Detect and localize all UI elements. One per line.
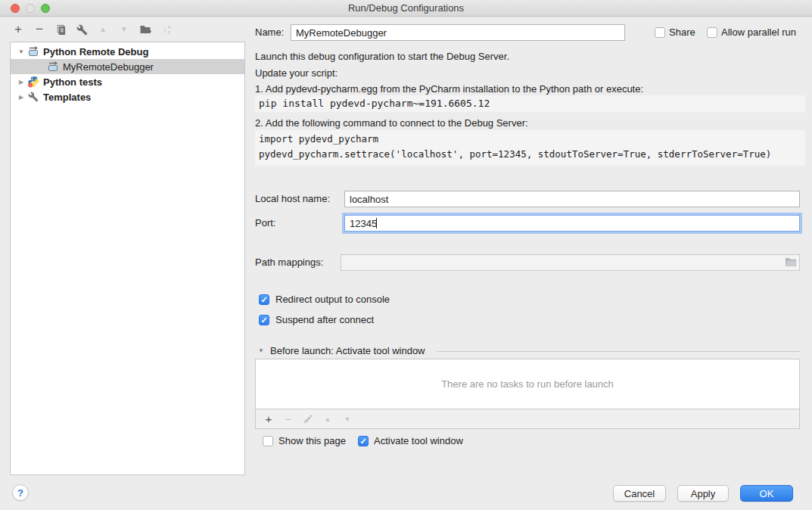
suspend-after-connect-checkbox[interactable] [259, 315, 269, 325]
tree-item-templates[interactable]: ▶ Templates [11, 89, 244, 104]
code-line: import pydevd_pycharm [259, 132, 801, 147]
port-input[interactable] [344, 215, 800, 232]
path-mappings-input[interactable] [341, 254, 800, 271]
update-script-text: Update your script: [255, 67, 338, 79]
empty-tasks-text: There are no tasks to run before launch [441, 378, 614, 390]
path-mappings-label: Path mappings: [255, 254, 323, 271]
before-launch-toolbar: + − ▲ ▼ [255, 409, 800, 429]
before-launch-task-list[interactable]: There are no tasks to run before launch [255, 359, 800, 409]
share-label: Share [669, 24, 695, 41]
allow-parallel-run-checkbox[interactable] [707, 27, 717, 38]
minimize-window-button[interactable] [26, 4, 35, 13]
help-button[interactable]: ? [12, 484, 29, 501]
move-task-up-icon[interactable]: ▲ [322, 413, 334, 425]
edit-task-icon[interactable] [302, 413, 314, 425]
run-config-icon [27, 45, 39, 58]
tree-item-python-remote-debug[interactable]: ▼ Python Remote Debug [11, 44, 244, 59]
apply-button[interactable]: Apply [677, 485, 729, 502]
chevron-right-icon[interactable]: ▶ [17, 94, 26, 101]
sort-alphabetically-icon[interactable]: ↓ az [160, 23, 173, 36]
remove-task-icon[interactable]: − [282, 413, 294, 425]
copy-icon[interactable] [54, 23, 67, 36]
share-checkbox[interactable] [655, 27, 665, 38]
cancel-button[interactable]: Cancel [613, 485, 666, 502]
code-line: pydevd_pycharm.settrace('localhost', por… [259, 147, 801, 162]
local-host-name-input[interactable] [344, 191, 800, 207]
new-folder-icon [139, 23, 151, 36]
add-task-icon[interactable]: + [263, 413, 275, 425]
tree-item-label: Templates [41, 92, 91, 103]
step1-text: 1. Add pydevd-pycharm.egg from the PyCha… [255, 83, 643, 95]
tree-item-label: Python tests [41, 76, 102, 88]
name-label: Name: [255, 24, 284, 41]
tree-item-python-tests[interactable]: ▶ Python tests [11, 74, 244, 89]
settrace-code: import pydevd_pycharmpydevd_pycharm.sett… [255, 130, 805, 166]
run-config-icon [47, 61, 59, 73]
before-launch-title: Before launch: Activate tool window [270, 345, 425, 357]
copy-icon [55, 24, 67, 36]
move-up-icon[interactable]: ▲ [96, 23, 110, 36]
tree-item-myremotedebugger[interactable]: MyRemoteDebugger [11, 59, 244, 74]
intro-text: Launch this debug configuration to start… [255, 51, 509, 63]
add-icon[interactable]: + [11, 23, 25, 36]
wrench-icon [27, 91, 39, 103]
pip-install-code: pip install pydevd-pycharm~=191.6605.12 [255, 95, 805, 112]
move-task-down-icon[interactable]: ▼ [341, 413, 353, 425]
local-host-name-label: Local host name: [255, 191, 330, 207]
chevron-down-icon[interactable]: ▼ [258, 347, 264, 354]
new-folder-icon[interactable] [138, 23, 152, 36]
port-label: Port: [255, 215, 275, 232]
wrench-icon[interactable] [75, 23, 89, 36]
redirect-output-label: Redirect output to console [275, 293, 390, 306]
divider [437, 351, 800, 352]
zoom-window-button[interactable] [41, 4, 50, 13]
wrench-icon [76, 24, 88, 36]
name-input[interactable] [291, 24, 625, 41]
step2-text: 2. Add the following command to connect … [255, 117, 528, 129]
chevron-right-icon[interactable]: ▶ [17, 79, 26, 86]
tree-item-label: Python Remote Debug [41, 46, 148, 58]
configurations-toolbar: + − ▲ ▼ ↓ az [11, 23, 173, 36]
suspend-after-connect-label: Suspend after connect [275, 313, 374, 327]
python-tests-icon [27, 76, 39, 88]
sort-alphabetically-icon: ↓ az [163, 23, 171, 36]
show-this-page-label: Show this page [278, 434, 346, 449]
close-window-button[interactable] [11, 4, 20, 13]
browse-folder-icon[interactable] [785, 257, 798, 268]
configurations-tree: ▼ Python Remote Debug MyRemoteDebugger ▶ [10, 42, 245, 475]
tree-item-label: MyRemoteDebugger [61, 61, 154, 73]
text-cursor [376, 218, 377, 229]
activate-tool-window-label: Activate tool window [374, 434, 463, 449]
window-title: Run/Debug Configurations [348, 2, 464, 14]
redirect-output-checkbox[interactable] [259, 294, 269, 305]
chevron-down-icon[interactable]: ▼ [17, 48, 26, 55]
title-bar: Run/Debug Configurations [0, 0, 812, 17]
show-this-page-checkbox[interactable] [263, 436, 273, 446]
move-down-icon[interactable]: ▼ [117, 23, 131, 36]
remove-icon[interactable]: − [33, 23, 46, 36]
activate-tool-window-checkbox[interactable] [358, 436, 369, 446]
ok-button[interactable]: OK [740, 485, 793, 502]
allow-parallel-run-label: Allow parallel run [721, 24, 796, 41]
pencil-icon [303, 414, 313, 424]
